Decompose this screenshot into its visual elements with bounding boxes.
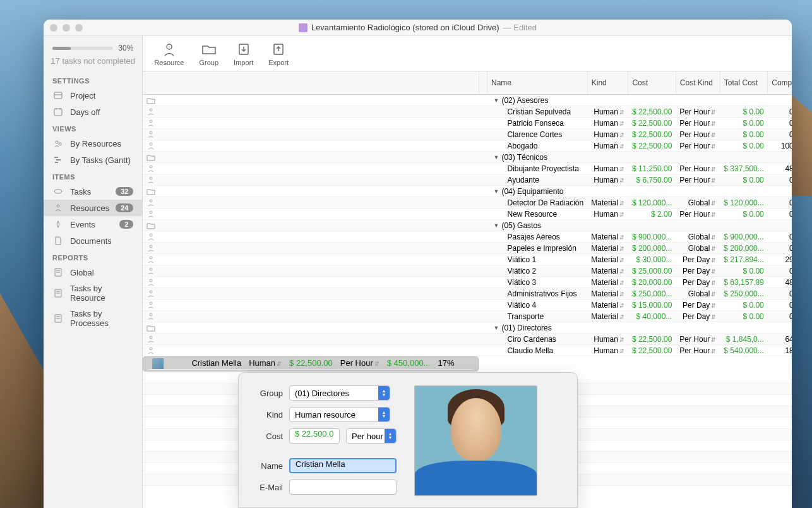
- toolbar-group-button[interactable]: Group: [199, 41, 218, 66]
- disclosure-triangle-icon[interactable]: ▼: [493, 188, 499, 195]
- toolbar-export-button[interactable]: Export: [268, 41, 289, 66]
- cell-kind[interactable]: Material⇵: [587, 197, 628, 209]
- sidebar-item-events[interactable]: Events 2: [44, 216, 142, 233]
- cell-kind[interactable]: Material⇵: [587, 243, 628, 254]
- sidebar-item-documents[interactable]: Documents: [44, 233, 142, 249]
- cell-cost-kind[interactable]: Per Hour⇵: [676, 129, 720, 140]
- sidebar-item-global[interactable]: Global: [44, 264, 142, 281]
- sidebar-item-tasks-by-resource[interactable]: Tasks by Resource: [44, 281, 142, 306]
- input-email[interactable]: [289, 480, 397, 495]
- cell-cost-kind[interactable]: Per Hour⇵: [676, 174, 720, 186]
- table-row[interactable]: Cristian SepulvedaHuman⇵$ 22,500.00Per H…: [143, 106, 792, 118]
- sidebar-item-days-off[interactable]: Days off: [44, 104, 142, 120]
- select-group[interactable]: (01) Directores▲▼: [289, 385, 390, 401]
- disclosure-triangle-icon[interactable]: ▼: [493, 222, 499, 229]
- cell-kind[interactable]: Human⇵: [587, 174, 628, 186]
- cell-cost-kind[interactable]: Per Hour⇵: [676, 163, 720, 174]
- toolbar-import-button[interactable]: Import: [234, 41, 253, 66]
- table-row[interactable]: AbogadoHuman⇵$ 22,500.00Per Hour⇵$ 0.001…: [143, 140, 792, 152]
- table-row[interactable]: New ResourceHuman⇵$ 2.00Per Hour⇵$ 0.000…: [143, 209, 792, 220]
- table-row[interactable]: Detector De RadiaciónMaterial⇵$ 120,000.…: [143, 197, 792, 209]
- cell-kind[interactable]: Material⇵: [587, 299, 628, 311]
- table-row[interactable]: Administrativos FijosMaterial⇵$ 250,000.…: [143, 288, 792, 299]
- cell-cost-kind[interactable]: Per Hour⇵: [676, 106, 720, 118]
- titlebar[interactable]: Levantamiento Radiológico (stored on iCl…: [44, 20, 792, 36]
- cell-cost-kind[interactable]: Per Day⇵: [676, 254, 720, 265]
- sidebar-item-tasks-by-processes[interactable]: Tasks by Processes: [44, 306, 142, 331]
- cell-kind[interactable]: Material⇵: [587, 254, 628, 265]
- select-cost-kind[interactable]: Per hour▲▼: [346, 428, 397, 444]
- table-row[interactable]: ▼(01) Directores: [143, 322, 792, 334]
- cell-kind[interactable]: Material⇵: [587, 311, 628, 322]
- resource-photo[interactable]: [414, 385, 537, 496]
- table-row[interactable]: Papeles e ImpresiónMaterial⇵$ 200,000...…: [143, 243, 792, 254]
- cell-cost-kind[interactable]: Per Hour⇵: [676, 118, 720, 129]
- table-row[interactable]: Clarence CortesHuman⇵$ 22,500.00Per Hour…: [143, 129, 792, 140]
- cell-kind[interactable]: Material⇵: [587, 277, 628, 288]
- table-row[interactable]: ▼(05) Gastos: [143, 220, 792, 231]
- cell-cost: $ 15,000.00: [628, 299, 676, 311]
- cell-kind[interactable]: Human⇵: [587, 118, 628, 129]
- sidebar-item-tasks[interactable]: Tasks 32: [44, 183, 142, 200]
- table-row[interactable]: Viático 1Material⇵$ 30,000...Per Day⇵$ 2…: [143, 254, 792, 265]
- sidebar-item-by-tasks-gantt[interactable]: By Tasks (Gantt): [44, 152, 142, 168]
- table-row[interactable]: Pasajes AéreosMaterial⇵$ 900,000...Globa…: [143, 231, 792, 243]
- cell-cost-kind[interactable]: Per Hour⇵: [676, 345, 720, 356]
- cell-kind[interactable]: Human⇵: [587, 129, 628, 140]
- svg-point-28: [150, 109, 152, 111]
- cell-cost-kind[interactable]: Per Day⇵: [676, 277, 720, 288]
- cell-kind[interactable]: Human⇵: [587, 140, 628, 152]
- cell-cost-kind[interactable]: Global⇵: [676, 231, 720, 243]
- cell-cost-kind[interactable]: Per Day⇵: [676, 265, 720, 277]
- cell-kind[interactable]: Human⇵: [245, 358, 285, 370]
- col-total-cost[interactable]: Total Cost: [720, 71, 767, 95]
- disclosure-triangle-icon[interactable]: ▼: [493, 97, 499, 104]
- table-row[interactable]: Patricio FonsecaHuman⇵$ 22,500.00Per Hou…: [143, 118, 792, 129]
- input-cost[interactable]: $ 22,500.0: [289, 428, 340, 444]
- table-row[interactable]: Claudio MellaHuman⇵$ 22,500.00Per Hour⇵$…: [143, 345, 792, 356]
- cell-cost-kind[interactable]: Per Day⇵: [676, 311, 720, 322]
- disclosure-triangle-icon[interactable]: ▼: [493, 154, 499, 160]
- table-row[interactable]: ▼(03) Técnicos: [143, 152, 792, 163]
- cell-cost-kind[interactable]: Global⇵: [676, 243, 720, 254]
- table-row[interactable]: Viático 2Material⇵$ 25,000.00Per Day⇵$ 0…: [143, 265, 792, 277]
- table-row[interactable]: Dibujante ProyectistaHuman⇵$ 11,250.00Pe…: [143, 163, 792, 174]
- cell-kind[interactable]: Material⇵: [587, 265, 628, 277]
- cell-cost-kind[interactable]: Per Hour⇵: [676, 334, 720, 345]
- cell-cost-kind[interactable]: Per Hour⇵: [337, 358, 383, 370]
- svg-point-6: [59, 143, 61, 145]
- cell-cost-kind[interactable]: Per Hour⇵: [676, 209, 720, 220]
- sidebar-item-by-resources[interactable]: By Resources: [44, 135, 142, 152]
- select-kind[interactable]: Human resource▲▼: [289, 407, 390, 422]
- cell-kind[interactable]: Material⇵: [587, 288, 628, 299]
- cell-kind[interactable]: Human⇵: [587, 163, 628, 174]
- table-row[interactable]: ▼(04) Equipamiento: [143, 186, 792, 197]
- table-row[interactable]: Cristian MellaHuman⇵$ 22,500.00Per Hour⇵…: [143, 356, 479, 372]
- cell-kind[interactable]: Material⇵: [587, 231, 628, 243]
- toolbar-resource-button[interactable]: Resource: [154, 41, 184, 66]
- table-row[interactable]: Viático 3Material⇵$ 20,000.00Per Day⇵$ 6…: [143, 277, 792, 288]
- col-compl[interactable]: Compl...: [768, 71, 792, 95]
- disclosure-triangle-icon[interactable]: ▼: [493, 325, 499, 331]
- cell-cost-kind[interactable]: Per Day⇵: [676, 299, 720, 311]
- table-row[interactable]: Ciro CardenasHuman⇵$ 22,500.00Per Hour⇵$…: [143, 334, 792, 345]
- cell-kind[interactable]: Human⇵: [587, 345, 628, 356]
- input-name[interactable]: Cristian Mella: [289, 458, 397, 473]
- cell-cost-kind[interactable]: Per Hour⇵: [676, 140, 720, 152]
- cell-cost-kind[interactable]: Global⇵: [676, 288, 720, 299]
- col-cost-kind[interactable]: Cost Kind: [676, 71, 720, 95]
- cell-kind[interactable]: Human⇵: [587, 209, 628, 220]
- cell-cost-kind[interactable]: Global⇵: [676, 197, 720, 209]
- table-row[interactable]: Viático 4Material⇵$ 15,000.00Per Day⇵$ 0…: [143, 299, 792, 311]
- cell-kind[interactable]: Human⇵: [587, 334, 628, 345]
- col-name[interactable]: Name: [487, 71, 587, 95]
- table-row[interactable]: AyudanteHuman⇵$ 6,750.00Per Hour⇵$ 0.000…: [143, 174, 792, 186]
- table-row[interactable]: ▼(02) Asesores: [143, 95, 792, 106]
- sidebar-item-project[interactable]: Project: [44, 87, 142, 104]
- col-kind[interactable]: Kind: [587, 71, 628, 95]
- sidebar-item-resources[interactable]: Resources 24: [44, 200, 142, 216]
- col-cost[interactable]: Cost: [628, 71, 676, 95]
- table-row[interactable]: TransporteMaterial⇵$ 40,000...Per Day⇵$ …: [143, 311, 792, 322]
- cell-kind[interactable]: Human⇵: [587, 106, 628, 118]
- cell-cost: $ 22,500.00: [285, 358, 337, 370]
